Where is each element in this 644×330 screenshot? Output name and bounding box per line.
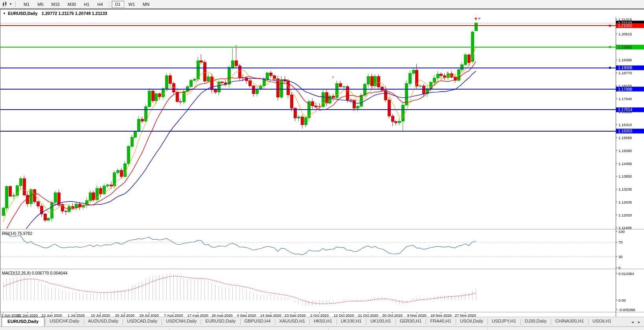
chart-shift-marker-icon[interactable]: [478, 18, 481, 20]
mid-ma-line: [3, 62, 476, 237]
price-tick-label: 1.17540: [618, 97, 632, 101]
symbol-tab-bar: EURUSD,DailyUSDCHF,DailyAUDUSD,DailyUSDC…: [0, 317, 644, 327]
price-tick-label: 1.12020: [618, 213, 632, 217]
tool-dropdown-caret-icon[interactable]: ▼: [8, 2, 13, 6]
timeframe-button-m5[interactable]: M5: [34, 1, 47, 8]
rsi-scale-label: 30: [618, 255, 623, 259]
tab-usdcad-daily[interactable]: USDCAD,Daily: [123, 317, 162, 327]
macd-scale-label: 0.014384: [618, 271, 634, 276]
tab-scroll-left-icon[interactable]: ◄: [629, 320, 636, 324]
star-marker-icon: *: [447, 71, 449, 76]
rsi-scale-label: 100: [618, 229, 625, 234]
level-price-label: 1.16003: [618, 129, 633, 133]
tab-hk50-h1[interactable]: HK50,H1: [309, 317, 337, 327]
rsi-pane: RSI(14) 75.9782: [0, 231, 616, 257]
tab-eurusd-daily[interactable]: EURUSD,Daily: [201, 317, 240, 327]
price-tick-label: 1.14465: [618, 161, 632, 166]
chart-title-symbol: EURUSD,Daily: [8, 11, 38, 16]
star-marker-icon: *: [332, 75, 334, 81]
timeframe-button-h4[interactable]: H4: [94, 1, 106, 8]
level-price-label: 1.17998: [618, 87, 633, 92]
macd-scale-label: 0.00: [618, 298, 626, 302]
tab-usdchf-daily[interactable]: USDCHF,Daily: [45, 317, 83, 327]
macd-label: MACD(12,26,9) 0.006770 0.004044: [2, 271, 68, 275]
macd-pane: [3, 273, 476, 306]
status-separator: [488, 327, 488, 330]
level-price-label: 1.19008: [618, 66, 633, 70]
timeframe-button-m15[interactable]: M15: [48, 1, 63, 8]
timeframe-button-m1[interactable]: M1: [20, 1, 33, 8]
chart-title-row: ▼ EURUSD,Daily 1.20772 1.21175 1.20749 1…: [0, 10, 107, 17]
tab-usdjpy-h1[interactable]: USDJPY,H1: [488, 317, 521, 327]
price-tick-label: 1.16310: [618, 123, 632, 127]
tab-uk100-h1[interactable]: UK100,H1: [337, 317, 366, 327]
chart-menu-caret-icon[interactable]: ▼: [3, 12, 6, 15]
macd-scale-label: -0.005396: [618, 308, 635, 312]
macd-histogram: [3, 273, 476, 306]
tab-scroll-arrows: ◄►: [629, 317, 644, 327]
status-bar: [0, 326, 644, 330]
signal-markers: **: [332, 18, 477, 81]
tab-usdcnh-daily[interactable]: USDCNH,Daily: [162, 317, 201, 327]
price-axis[interactable]: 1.213151.206151.193851.187701.181551.175…: [616, 17, 644, 318]
tab-gbpusd-h4[interactable]: GBPUSD,H4: [240, 317, 275, 327]
chart-cursor-tool-icon[interactable]: [1, 1, 8, 7]
timeframe-button-h1[interactable]: H1: [80, 1, 93, 8]
price-tick-label: 1.12635: [618, 200, 632, 204]
level-price-label: 1.17014: [618, 108, 633, 112]
level-price-label: 1.21010: [618, 24, 633, 28]
timeframe-button-mn[interactable]: MN: [139, 1, 153, 8]
chart-title-ohlc: 1.20772 1.21175 1.20749 1.21133: [42, 11, 107, 16]
timeframe-bar: M1M5M15M30H1H4D1W1MN: [20, 1, 153, 8]
status-separator: [169, 327, 169, 330]
tab-fra40-h1[interactable]: FRA40,H1: [426, 317, 456, 327]
price-tick-label: 1.13850: [618, 174, 632, 178]
timeframe-button-w1[interactable]: W1: [125, 1, 139, 8]
tab-dj30-daily[interactable]: DJ30,Daily: [521, 317, 551, 327]
tab-xauusd-h1[interactable]: XAUUSD,H1: [275, 317, 309, 327]
tab-uk100-h1[interactable]: UK100,H1: [366, 317, 396, 327]
tab-usoil-h1[interactable]: USOil,H1: [588, 317, 616, 327]
tab-audusd-daily[interactable]: AUDUSD,Daily: [84, 317, 123, 327]
price-tick-label: 1.19385: [618, 58, 632, 62]
chart-window: ▼ EURUSD,Daily 1.20772 1.21175 1.20749 1…: [0, 9, 644, 317]
candles-layer: [2, 22, 477, 222]
main-price-pane: [0, 22, 616, 263]
timeframe-button-m30[interactable]: M30: [64, 1, 79, 8]
status-separator: [328, 327, 329, 330]
tab-china300-h1[interactable]: CHINA300,H1: [551, 317, 588, 327]
price-tick-label: 1.15695: [618, 136, 632, 140]
tab-eurusd-daily[interactable]: EURUSD,Daily: [2, 317, 44, 327]
tab-scroll-right-icon[interactable]: ►: [636, 320, 642, 324]
top-toolbar: ▼ M1M5M15M30H1H4D1W1MN: [0, 0, 644, 9]
chart-canvas[interactable]: **RSI(14) 75.9782MACD(12,26,9) 0.006770 …: [0, 9, 644, 317]
timeframe-group-separator: [109, 2, 109, 7]
toolbar-grip-handle[interactable]: [15, 2, 18, 7]
price-tick-label: 1.13235: [618, 187, 632, 191]
price-tick-label: 1.15080: [618, 148, 632, 153]
rsi-scale-label: 70: [618, 240, 623, 244]
timeframe-button-d1[interactable]: D1: [112, 1, 124, 8]
rsi-label: RSI(14) 75.9782: [2, 231, 32, 236]
price-tick-label: 1.18770: [618, 71, 632, 75]
sell-arrow-icon: [475, 18, 477, 20]
tab-usoil-daily[interactable]: USOil,Daily: [456, 317, 488, 327]
slow-ma-line: [3, 71, 476, 263]
level-price-label: 1.19992: [618, 45, 633, 50]
rsi-line: [3, 233, 476, 255]
tab-ger30-h1[interactable]: GER30,H1: [396, 317, 426, 327]
rsi-scale-label: 0: [618, 266, 620, 270]
price-tick-label: 1.20615: [618, 32, 632, 36]
